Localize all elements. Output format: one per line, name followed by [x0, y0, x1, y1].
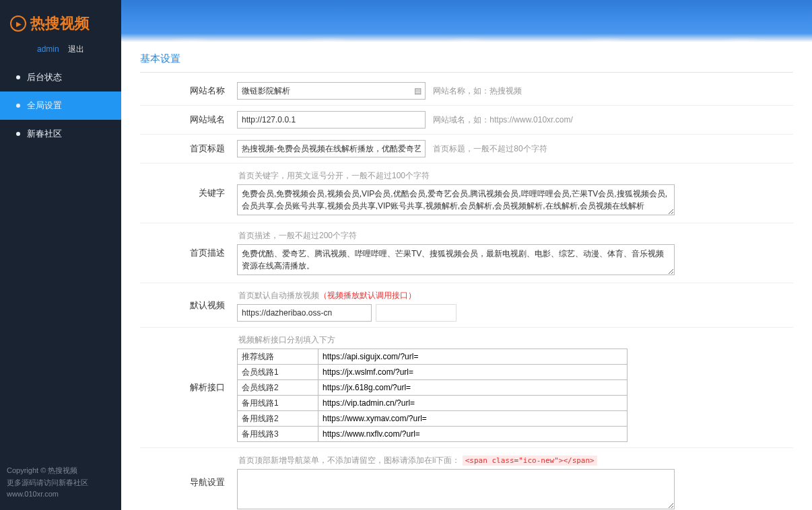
route-name-input[interactable]	[238, 365, 318, 379]
section-title: 基本设置	[140, 52, 793, 73]
hint-default-video: 首页默认自动播放视频（视频播放默认调用接口）	[238, 290, 790, 301]
hint-site-domain: 网站域名，如：https://www.010xr.com/	[433, 115, 572, 124]
input-default-video[interactable]	[237, 304, 372, 322]
route-url-input[interactable]	[318, 365, 627, 379]
logo: 热搜视频	[0, 0, 121, 44]
page-icon: ▤	[414, 86, 421, 96]
route-name-input[interactable]	[238, 411, 318, 426]
input-keywords[interactable]	[237, 184, 675, 215]
settings-form: 网站名称 ▤ 网站名称，如：热搜视频 网站域名 网站域名，如：https://w…	[140, 77, 793, 510]
logout-link[interactable]: 退出	[68, 44, 84, 54]
route-url-input[interactable]	[318, 380, 627, 395]
brand-name: 热搜视频	[30, 13, 90, 34]
label-parse-api: 解析接口	[140, 328, 234, 448]
footer-link: 更多源码请访问新春社区www.010xr.com	[7, 477, 114, 501]
input-description[interactable]	[237, 244, 675, 275]
banner	[121, 0, 812, 42]
label-nav-setting: 导航设置	[140, 448, 234, 511]
route-table	[237, 349, 628, 442]
label-description: 首页描述	[140, 223, 234, 283]
label-site-name: 网站名称	[140, 77, 234, 106]
code-snippet: <span class="ico-new"></span>	[463, 456, 597, 466]
hint-keywords: 首页关键字，用英文逗号分开，一般不超过100个字符	[238, 170, 790, 182]
route-name-input[interactable]	[238, 349, 318, 364]
play-circle-icon	[10, 15, 26, 32]
nav-item-status[interactable]: 后台状态	[0, 63, 121, 92]
hint-home-title: 首页标题，一般不超过80个字符	[433, 144, 547, 153]
hint-description: 首页描述，一般不超过200个字符	[238, 230, 790, 242]
route-row	[238, 365, 628, 380]
current-user[interactable]: admin	[37, 44, 59, 54]
route-row	[238, 380, 628, 396]
input-nav-setting[interactable]	[237, 469, 675, 509]
user-bar: admin 退出	[0, 44, 121, 63]
route-row	[238, 411, 628, 427]
route-url-input[interactable]	[318, 349, 627, 364]
nav-item-community[interactable]: 新春社区	[0, 120, 121, 148]
route-row	[238, 349, 628, 365]
input-site-name[interactable]	[237, 82, 426, 100]
route-name-input[interactable]	[238, 427, 318, 441]
hint-parse-api: 视频解析接口分别填入下方	[238, 334, 790, 346]
label-home-title: 首页标题	[140, 135, 234, 163]
hint-nav-setting: 首页顶部新增导航菜单，不添加请留空，图标请添加在li下面： <span clas…	[238, 455, 790, 466]
content: 基本设置 网站名称 ▤ 网站名称，如：热搜视频 网站域名	[121, 42, 812, 510]
route-row	[238, 396, 628, 411]
route-row	[238, 427, 628, 442]
label-keywords: 关键字	[140, 163, 234, 223]
route-name-input[interactable]	[238, 396, 318, 410]
main: 基本设置 网站名称 ▤ 网站名称，如：热搜视频 网站域名	[121, 0, 812, 510]
label-default-video: 默认视频	[140, 283, 234, 328]
input-site-domain[interactable]	[237, 111, 426, 129]
input-home-title[interactable]	[237, 140, 426, 157]
route-url-input[interactable]	[318, 427, 627, 441]
nav-item-global[interactable]: 全局设置	[0, 92, 121, 120]
route-name-input[interactable]	[238, 380, 318, 395]
sidebar: 热搜视频 admin 退出 后台状态 全局设置 新春社区 Copyright ©…	[0, 0, 121, 510]
route-url-input[interactable]	[318, 396, 627, 410]
label-site-domain: 网站域名	[140, 106, 234, 135]
route-url-input[interactable]	[318, 411, 627, 426]
sidebar-footer: Copyright © 热搜视频 更多源码请访问新春社区www.010xr.co…	[0, 456, 121, 510]
hint-site-name: 网站名称，如：热搜视频	[433, 86, 522, 96]
copyright: Copyright © 热搜视频	[7, 465, 114, 477]
nav-menu: 后台状态 全局设置 新春社区	[0, 63, 121, 148]
input-default-video-extra[interactable]	[376, 304, 456, 322]
